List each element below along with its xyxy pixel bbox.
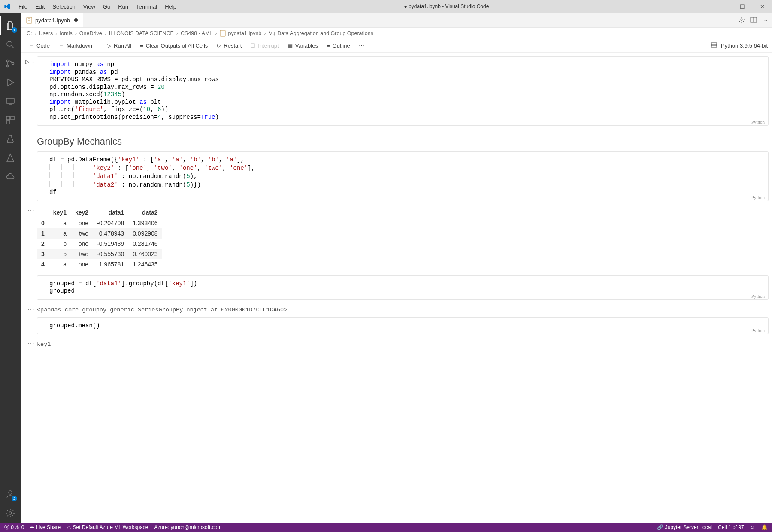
status-azure[interactable]: Azure: yunch@microsoft.com [154, 524, 222, 530]
cell-code[interactable]: grouped.mean() [37, 318, 768, 334]
menu-file[interactable]: File [15, 1, 31, 12]
menu-edit[interactable]: Edit [31, 1, 48, 12]
restart-icon: ↻ [216, 42, 221, 49]
menu-run[interactable]: Run [114, 1, 132, 12]
outline-button[interactable]: ≡Outline [323, 41, 354, 50]
accounts-icon[interactable]: 2 [0, 485, 21, 504]
restart-button[interactable]: ↻Restart [213, 41, 245, 50]
add-code-button[interactable]: ＋Code [25, 41, 53, 51]
settings-gear-icon[interactable] [0, 504, 21, 523]
svg-rect-8 [11, 116, 14, 120]
clear-outputs-button[interactable]: ≡Clear Outputs of All Cells [136, 41, 211, 50]
notebook-file-icon [219, 30, 226, 37]
status-azureml[interactable]: ⚠ Set Default Azure ML Workspace [67, 524, 148, 530]
status-notifications-icon[interactable]: 🔔 [761, 524, 768, 530]
svg-rect-7 [6, 116, 10, 120]
search-icon[interactable] [0, 35, 21, 54]
modified-indicator-icon [74, 18, 78, 22]
svg-rect-20 [711, 45, 717, 47]
window-title: ● pydata1.ipynb - Visual Studio Code [180, 3, 713, 9]
notebook-toolbar: ＋Code ＋Markdown ▷Run All ≡Clear Outputs … [21, 39, 772, 53]
text-output: <pandas.core.groupby.generic.SeriesGroup… [37, 304, 287, 317]
cloud-icon[interactable] [0, 167, 21, 186]
svg-point-0 [7, 41, 12, 46]
code-cell[interactable]: import numpy as np import pandas as pd P… [37, 56, 769, 126]
status-feedback-icon[interactable]: ☺ [750, 524, 755, 530]
title-bar: File Edit Selection View Go Run Terminal… [0, 0, 772, 13]
svg-point-10 [9, 491, 12, 494]
run-cell-button[interactable]: ▷ ⌄ [25, 59, 34, 65]
menu-help[interactable]: Help [161, 1, 180, 12]
plus-icon: ＋ [58, 42, 64, 50]
toolbar-more-icon[interactable]: ⋯ [355, 41, 368, 50]
remote-explorer-icon[interactable] [0, 92, 21, 111]
editor-tabs: pydata1.ipynb ⋯ [21, 13, 772, 28]
explorer-badge: 1 [12, 27, 17, 33]
activity-bar: 1 2 [0, 13, 21, 523]
table-row: 2bone-0.5194390.281746 [37, 239, 162, 249]
svg-point-15 [741, 19, 742, 21]
tab-pydata1[interactable]: pydata1.ipynb [21, 13, 83, 27]
code-cell[interactable]: df = pd.DataFrame({'key1' : ['a', 'a', '… [37, 151, 769, 201]
markdown-heading[interactable]: GroupBy Mechanics [24, 130, 769, 151]
menu-bar: File Edit Selection View Go Run Terminal… [15, 1, 180, 12]
testing-icon[interactable] [0, 130, 21, 148]
vscode-logo-icon [0, 3, 15, 10]
server-icon [711, 42, 718, 50]
status-problems[interactable]: ⓧ 0 ⚠ 0 [4, 524, 24, 531]
cell-code[interactable]: df = pd.DataFrame({'key1' : ['a', 'a', '… [37, 152, 768, 201]
cell-code[interactable]: grouped = df['data1'].groupby(df['key1']… [37, 276, 768, 299]
run-debug-icon[interactable] [0, 73, 21, 92]
breadcrumb[interactable]: C:› Users› lomis› OneDrive› ILLONOIS DAT… [21, 28, 772, 39]
clear-icon: ≡ [140, 42, 143, 49]
cell-code[interactable]: import numpy as np import pandas as pd P… [37, 57, 768, 125]
output-ellipsis[interactable]: ⋯ [24, 206, 37, 214]
split-editor-icon[interactable] [750, 16, 757, 24]
explorer-icon[interactable]: 1 [0, 16, 21, 35]
text-output: key1 [37, 339, 51, 352]
menu-terminal[interactable]: Terminal [132, 1, 161, 12]
status-cell-position[interactable]: Cell 1 of 97 [718, 524, 744, 530]
accounts-badge: 2 [12, 496, 17, 501]
status-jupyter-server[interactable]: 🔗 Jupyter Server: local [657, 524, 712, 530]
dataframe-output: key1key2data1data2 0aone-0.2047081.39340… [37, 207, 162, 269]
svg-point-2 [7, 60, 9, 62]
more-actions-icon[interactable]: ⋯ [762, 17, 768, 24]
variables-button[interactable]: ▤Variables [284, 41, 321, 50]
cell-language-label: Python [751, 293, 765, 299]
variables-icon: ▤ [288, 42, 293, 49]
plus-icon: ＋ [28, 42, 34, 50]
interrupt-icon: ☐ [250, 42, 255, 49]
close-button[interactable]: ✕ [752, 0, 772, 13]
tab-label: pydata1.ipynb [35, 17, 70, 24]
status-liveshare[interactable]: ➦ Live Share [30, 524, 61, 530]
menu-view[interactable]: View [79, 1, 99, 12]
cell-language-label: Python [751, 328, 765, 333]
extensions-icon[interactable] [0, 111, 21, 130]
maximize-button[interactable]: ☐ [733, 0, 752, 13]
azure-icon[interactable] [0, 148, 21, 167]
table-row: 0aone-0.2047081.393406 [37, 218, 162, 228]
kernel-selector[interactable]: Python 3.9.5 64-bit [721, 42, 768, 49]
menu-selection[interactable]: Selection [48, 1, 79, 12]
table-row: 4aone1.9657811.246435 [37, 259, 162, 269]
cell-language-label: Python [751, 119, 765, 124]
add-markdown-button[interactable]: ＋Markdown [55, 41, 96, 51]
interrupt-button[interactable]: ☐Interrupt [247, 41, 282, 50]
code-cell[interactable]: grouped.mean() Python [37, 317, 769, 335]
minimize-button[interactable]: ― [713, 0, 733, 13]
notebook-editor[interactable]: ▷ ⌄ import numpy as np import pandas as … [21, 53, 772, 523]
notebook-settings-icon[interactable] [738, 16, 745, 24]
table-row: 3btwo-0.5557300.769023 [37, 249, 162, 259]
output-ellipsis[interactable]: ⋯ [24, 339, 37, 347]
source-control-icon[interactable] [0, 54, 21, 73]
menu-go[interactable]: Go [99, 1, 114, 12]
svg-line-1 [12, 46, 14, 48]
outline-icon: ≡ [327, 42, 330, 49]
svg-rect-18 [220, 30, 225, 36]
output-ellipsis[interactable]: ⋯ [24, 304, 37, 313]
code-cell[interactable]: grouped = df['data1'].groupby(df['key1']… [37, 275, 769, 300]
run-all-icon: ▷ [107, 42, 111, 49]
notebook-file-icon [26, 17, 33, 24]
run-all-button[interactable]: ▷Run All [103, 41, 135, 50]
